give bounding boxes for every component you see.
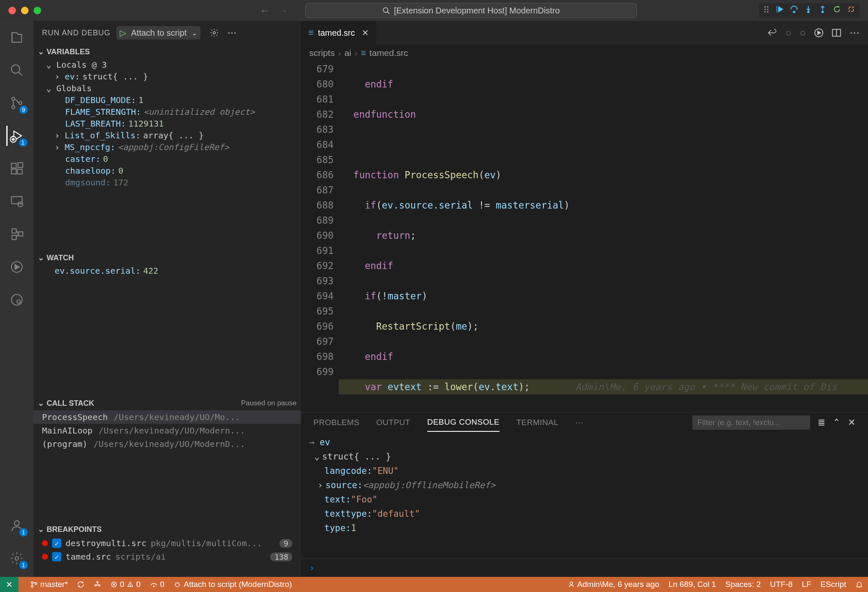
references-tab[interactable] <box>7 224 27 244</box>
jupyter-button[interactable] <box>94 581 101 588</box>
breakpoint-checkbox[interactable]: ✓ <box>52 539 61 548</box>
eol-button[interactable]: LF <box>802 580 811 589</box>
debug-target-button[interactable]: Attach to script (ModernDistro) <box>174 580 292 589</box>
line-gutter[interactable]: 679 680 681 682 683 684 685 686 687 688 … <box>301 61 339 412</box>
svg-point-27 <box>14 521 19 526</box>
close-window-button[interactable] <box>8 7 16 14</box>
close-tab-button[interactable]: ✕ <box>359 28 369 38</box>
restart-button[interactable] <box>833 5 841 16</box>
debug-tab[interactable]: 1 <box>6 126 26 146</box>
stack-frame[interactable]: (program) /Users/kevineady/UO/ModernD... <box>34 437 301 451</box>
problems-tab[interactable]: PROBLEMS <box>313 414 360 431</box>
variable-row[interactable]: LAST_BREATH: 1129131 <box>34 118 301 130</box>
variable-ev[interactable]: › ev: struct{ ... } <box>34 71 301 82</box>
circle-icon[interactable]: ○ <box>785 27 792 39</box>
variable-row[interactable]: caster: 0 <box>34 153 301 165</box>
callstack-header[interactable]: ⌄ CALL STACK Paused on pause <box>34 396 301 410</box>
step-into-button[interactable] <box>804 5 813 16</box>
variable-row[interactable]: DF_DEBUG_MODE: 1 <box>34 94 301 106</box>
watch-expression[interactable]: ev.source.serial: 422 <box>34 265 301 277</box>
scm-tab[interactable]: 9 <box>7 93 27 113</box>
code-editor[interactable]: 679 680 681 682 683 684 685 686 687 688 … <box>301 61 868 412</box>
git-branch-button[interactable]: master* <box>30 580 68 589</box>
stack-frame[interactable]: MainAILoop /Users/kevineady/UO/Modern... <box>34 424 301 437</box>
nav-back-button[interactable]: ← <box>260 5 270 16</box>
terminal-tab[interactable]: TERMINAL <box>516 414 558 431</box>
encoding-button[interactable]: UTF-8 <box>770 580 793 589</box>
locals-scope[interactable]: ⌄ Locals @ 3 <box>34 59 301 71</box>
notifications-button[interactable] <box>855 581 863 588</box>
debug-console-tab[interactable]: DEBUG CONSOLE <box>427 413 500 432</box>
variable-row[interactable]: chaseloop: 0 <box>34 165 301 177</box>
variables-header[interactable]: ⌄ VARIABLES <box>34 45 301 59</box>
minimize-window-button[interactable] <box>21 7 29 14</box>
indentation-button[interactable]: Spaces: 2 <box>725 580 761 589</box>
svg-point-36 <box>97 581 98 583</box>
variable-row[interactable]: dmgsound: 172 <box>34 177 301 188</box>
chevron-right-icon[interactable]: › <box>318 478 326 492</box>
disconnect-button[interactable] <box>847 5 855 16</box>
ports-button[interactable]: 0 <box>150 580 165 589</box>
editor-tab[interactable]: ≡ tamed.src ✕ <box>301 21 376 45</box>
callstack-section: ⌄ CALL STACK Paused on pause ProcessSpee… <box>34 396 301 522</box>
output-tab[interactable]: OUTPUT <box>376 414 410 431</box>
watch-header[interactable]: ⌄ WATCH <box>34 251 301 265</box>
circle-icon-2[interactable]: ○ <box>800 27 806 39</box>
filter-icon[interactable]: ≣ <box>818 417 825 428</box>
maximize-window-button[interactable] <box>34 7 41 14</box>
close-panel-button[interactable]: ✕ <box>848 417 855 428</box>
debug-settings-button[interactable] <box>210 28 219 37</box>
breakpoints-header[interactable]: ⌄ BREAKPOINTS <box>34 522 301 536</box>
more-button[interactable]: ⋯ <box>850 27 860 39</box>
problems-button[interactable]: 0 0 <box>110 580 140 589</box>
drag-handle-icon[interactable]: ⠿ <box>763 5 770 16</box>
stack-frame[interactable]: ProcessSpeech /Users/kevineady/UO/Mo... <box>34 410 301 424</box>
go-back-icon[interactable] <box>767 29 777 37</box>
chevron-right-icon: › <box>55 130 62 140</box>
remote-button[interactable] <box>0 577 18 592</box>
search-icon <box>382 7 390 14</box>
more-button[interactable]: ⋯ <box>227 27 237 38</box>
maximize-panel-button[interactable]: ⌃ <box>833 417 840 428</box>
split-editor-button[interactable] <box>832 28 841 37</box>
language-mode-button[interactable]: EScript <box>821 580 846 589</box>
explorer-tab[interactable] <box>7 27 27 48</box>
breadcrumb-item[interactable]: tamed.src <box>369 48 408 58</box>
variable-row[interactable]: ›MS_npccfg: <appobj:ConfigFileRef> <box>34 141 301 153</box>
console-filter-input[interactable] <box>692 415 810 430</box>
account-button[interactable]: 1 <box>7 515 27 536</box>
more-tabs-button[interactable]: ⋯ <box>575 414 584 432</box>
console-expr: ev <box>320 435 330 449</box>
command-center[interactable]: [Extension Development Host] ModernDistr… <box>305 3 637 18</box>
breadcrumb-item[interactable]: scripts <box>309 48 335 58</box>
console-input[interactable] <box>320 563 860 573</box>
globals-scope[interactable]: ⌄ Globals <box>34 82 301 94</box>
cursor-position[interactable]: Ln 689, Col 1 <box>668 580 716 589</box>
sync-button[interactable] <box>77 581 84 588</box>
breadcrumb-item[interactable]: ai <box>345 48 351 58</box>
debug-config-selector[interactable]: ▷ Attach to script ⌄ <box>116 26 200 40</box>
variable-row[interactable]: ›List_of_Skills: array{ ... } <box>34 130 301 141</box>
breakpoint-checkbox[interactable]: ✓ <box>52 552 61 561</box>
code-content[interactable]: endif endfunction function ProcessSpeech… <box>339 61 868 412</box>
extensions-tab[interactable] <box>7 159 27 179</box>
step-over-button[interactable] <box>790 5 798 16</box>
chevron-down-icon[interactable]: ⌄ <box>314 449 322 464</box>
container-tab[interactable] <box>7 290 27 310</box>
debug-console-output[interactable]: →ev ⌄struct{ ... } langcode: "ENU" ›sour… <box>301 433 868 558</box>
settings-button[interactable]: 1 <box>7 548 27 568</box>
svg-point-4 <box>808 11 809 13</box>
variable-row[interactable]: FLAME_STRENGTH: <uninitialized object> <box>34 106 301 118</box>
search-tab[interactable] <box>7 60 27 80</box>
config-name: Attach to script <box>128 28 190 38</box>
nav-forward-button[interactable]: → <box>278 5 288 16</box>
breakpoint-item[interactable]: ✓ tamed.src scripts/ai 138 <box>34 550 301 563</box>
run-icon[interactable] <box>814 28 823 37</box>
step-out-button[interactable] <box>818 5 827 16</box>
blame-status[interactable]: Admin\Me, 6 years ago <box>568 580 659 589</box>
continue-button[interactable] <box>776 5 784 16</box>
breakpoint-item[interactable]: ✓ destroymulti.src pkg/multis/multiCom..… <box>34 536 301 550</box>
remote-tab[interactable] <box>7 191 27 211</box>
breadcrumb[interactable]: scripts › ai › ≡ tamed.src <box>301 45 868 61</box>
action-tab[interactable] <box>7 257 27 277</box>
